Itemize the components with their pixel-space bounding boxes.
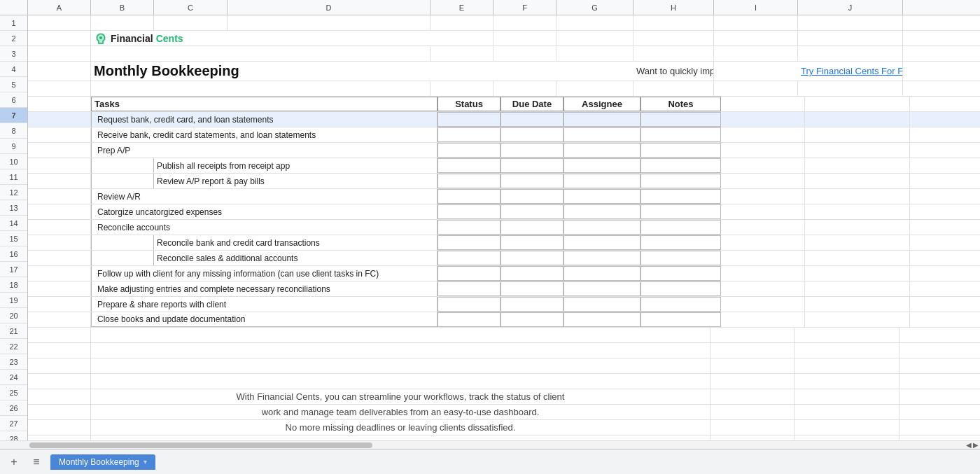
cell-j5[interactable]: [798, 81, 903, 96]
cell-i2[interactable]: [714, 31, 798, 46]
cell-j23[interactable]: [794, 358, 899, 373]
cell-assignee-6[interactable]: [564, 189, 640, 204]
cell-j13[interactable]: [805, 204, 910, 219]
sheet-menu-button[interactable]: ≡: [28, 454, 45, 470]
col-header-c[interactable]: C: [154, 0, 227, 15]
cell-i12[interactable]: [721, 189, 805, 204]
cell-status-header[interactable]: Status: [438, 97, 500, 111]
cell-status-12[interactable]: [438, 281, 500, 296]
cell-duedate-header[interactable]: Due Date: [500, 97, 564, 111]
cell-a2[interactable]: [28, 31, 91, 46]
cell-notes-4[interactable]: [640, 158, 721, 173]
cell-duedate-4[interactable]: [500, 158, 564, 173]
row-11[interactable]: 11: [0, 169, 27, 185]
scroll-right-icon[interactable]: ▶: [973, 441, 979, 449]
cell-duedate-3[interactable]: [500, 143, 564, 158]
cell-a1[interactable]: [28, 15, 91, 30]
row-7[interactable]: 7: [0, 108, 27, 123]
cell-j8[interactable]: [805, 127, 910, 142]
cell-c1[interactable]: [154, 15, 227, 30]
cell-a7[interactable]: [28, 112, 91, 127]
col-header-g[interactable]: G: [556, 0, 634, 15]
cell-h5[interactable]: [634, 81, 714, 96]
cell-a18[interactable]: [28, 281, 91, 296]
cell-notes-1[interactable]: [640, 112, 721, 127]
cell-j2[interactable]: [798, 31, 903, 46]
cell-status-5[interactable]: [438, 174, 500, 188]
cell-j21[interactable]: [794, 328, 899, 342]
cell-i11[interactable]: [721, 174, 805, 188]
cell-i15[interactable]: [721, 235, 805, 250]
row-12[interactable]: 12: [0, 185, 27, 200]
cell-notes-2[interactable]: [640, 127, 721, 142]
cell-g2[interactable]: [556, 31, 634, 46]
cell-duedate-5[interactable]: [500, 174, 564, 188]
cell-b22[interactable]: [91, 343, 710, 358]
cell-f5[interactable]: [493, 81, 556, 96]
cell-task-12[interactable]: Make adjusting entries and complete nece…: [91, 281, 438, 296]
cell-b21[interactable]: [91, 328, 710, 342]
cell-b10[interactable]: [91, 158, 154, 173]
cell-status-3[interactable]: [438, 143, 500, 158]
row-2[interactable]: 2: [0, 31, 27, 46]
cell-j1[interactable]: [798, 15, 903, 30]
cell-b15[interactable]: [91, 235, 154, 250]
cell-i21[interactable]: [710, 328, 794, 342]
cell-notes-3[interactable]: [640, 143, 721, 158]
cell-task-13[interactable]: Prepare & share reports with client: [91, 297, 438, 312]
cell-task-9[interactable]: Reconcile bank and credit card transacti…: [154, 235, 438, 250]
cell-i1[interactable]: [714, 15, 798, 30]
row-20[interactable]: 20: [0, 308, 27, 323]
cell-j15[interactable]: [805, 235, 910, 250]
cell-j27[interactable]: [794, 420, 899, 435]
cell-i9[interactable]: [721, 143, 805, 158]
cell-j12[interactable]: [805, 189, 910, 204]
cell-i22[interactable]: [710, 343, 794, 358]
cell-d1[interactable]: [227, 15, 430, 30]
cell-duedate-10[interactable]: [500, 251, 564, 265]
cell-assignee-12[interactable]: [564, 281, 640, 296]
cell-task-11[interactable]: Follow up with client for any missing in…: [91, 266, 438, 281]
col-header-i[interactable]: I: [714, 0, 798, 15]
cell-task-3[interactable]: Prep A/P: [91, 143, 438, 158]
cell-a22[interactable]: [28, 343, 91, 358]
cell-a6[interactable]: [28, 97, 91, 111]
cell-status-14[interactable]: [438, 312, 500, 327]
cell-a8[interactable]: [28, 127, 91, 142]
col-header-j[interactable]: J: [798, 0, 903, 15]
cell-j17[interactable]: [805, 266, 910, 281]
cell-duedate-11[interactable]: [500, 266, 564, 281]
row-5[interactable]: 5: [0, 77, 27, 92]
cell-i10[interactable]: [721, 158, 805, 173]
col-header-f[interactable]: F: [493, 0, 556, 15]
cell-h3[interactable]: [634, 46, 714, 61]
cell-status-10[interactable]: [438, 251, 500, 265]
scroll-arrows[interactable]: ◀ ▶: [966, 441, 979, 449]
cell-f4[interactable]: [493, 62, 556, 81]
cell-i20[interactable]: [721, 312, 805, 327]
cell-i6[interactable]: [721, 97, 805, 111]
cell-b1[interactable]: [91, 15, 154, 30]
cell-i7[interactable]: [721, 112, 805, 127]
cell-assignee-4[interactable]: [564, 158, 640, 173]
cell-task-7[interactable]: Catorgize uncatorgized expenses: [91, 204, 438, 219]
cell-assignee-14[interactable]: [564, 312, 640, 327]
row-23[interactable]: 23: [0, 354, 27, 370]
cell-e2[interactable]: [430, 31, 493, 46]
promo-link[interactable]: Try Financial Cents For F...: [801, 66, 903, 76]
cell-j7[interactable]: [805, 112, 910, 127]
cell-status-13[interactable]: [438, 297, 500, 312]
cell-duedate-7[interactable]: [500, 204, 564, 219]
cell-status-7[interactable]: [438, 204, 500, 219]
cell-e3[interactable]: [430, 46, 493, 61]
cell-a9[interactable]: [28, 143, 91, 158]
cell-a5[interactable]: [28, 81, 91, 96]
cell-a24[interactable]: [28, 374, 91, 389]
row-3[interactable]: 3: [0, 46, 27, 62]
cell-assignee-2[interactable]: [564, 127, 640, 142]
cell-i18[interactable]: [721, 281, 805, 296]
cell-g4[interactable]: [556, 62, 634, 81]
cell-assignee-8[interactable]: [564, 220, 640, 235]
row-18[interactable]: 18: [0, 277, 27, 293]
cell-notes-13[interactable]: [640, 297, 721, 312]
